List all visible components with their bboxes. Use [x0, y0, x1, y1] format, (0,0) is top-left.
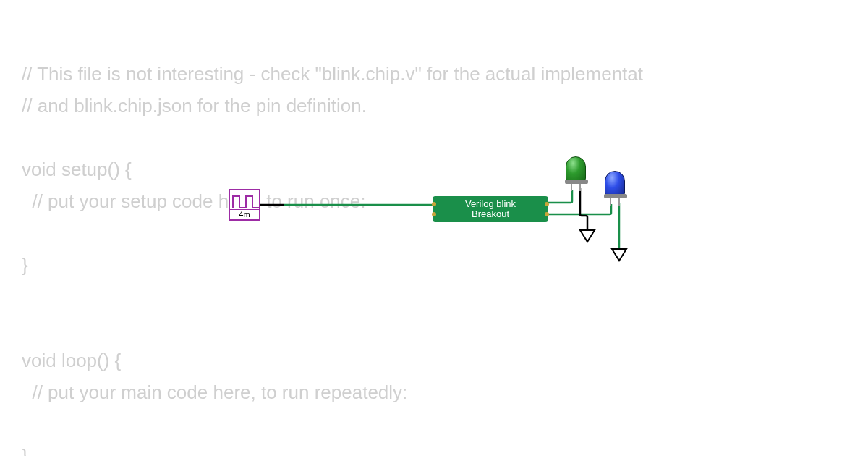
chip-pin [432, 212, 436, 216]
led-base-icon [604, 194, 627, 198]
chip-label-line1: Verilog blink [465, 199, 516, 209]
ground-symbol-icon [612, 249, 626, 261]
led-bulb-icon [566, 156, 586, 182]
led-blue[interactable] [605, 171, 625, 197]
wires-layer [0, 0, 868, 456]
square-wave-icon [232, 195, 260, 209]
led-leg-anode [610, 198, 611, 206]
chip-pin [545, 212, 549, 216]
led-green[interactable] [566, 156, 586, 182]
chip-label-line2: Breakout [472, 209, 509, 219]
led-leg-anode [571, 184, 572, 191]
led-base-icon [565, 180, 588, 184]
clock-generator[interactable]: 4m [229, 189, 260, 221]
led-leg-cathode [579, 184, 581, 191]
clock-frequency-label: 4m [230, 209, 259, 219]
led-leg-cathode [618, 198, 620, 206]
wire-green-led-gnd [580, 188, 587, 230]
circuit-canvas[interactable]: 4m Verilog blink Breakout [0, 0, 868, 456]
ground-symbol-icon [580, 230, 595, 242]
wire-chip-to-green-led [548, 190, 572, 203]
verilog-chip[interactable]: Verilog blink Breakout [433, 196, 548, 222]
chip-pin [432, 202, 436, 206]
chip-pin [545, 202, 549, 206]
led-bulb-icon [605, 171, 625, 197]
